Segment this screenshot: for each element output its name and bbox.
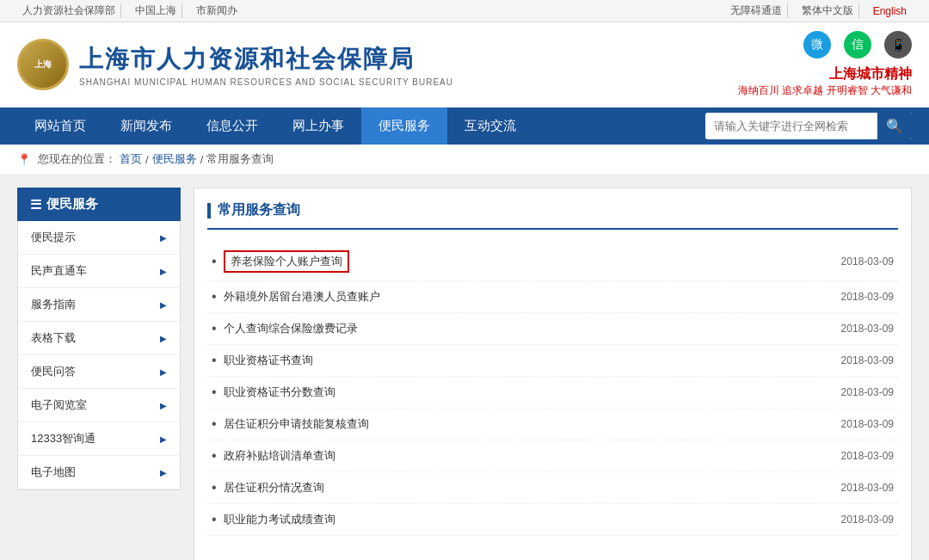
list-item: • 外籍境外居留台港澳人员查账户 2018-03-09 [207, 281, 898, 313]
nav-item-home[interactable]: 网站首页 [17, 108, 103, 145]
service-item-left: • 个人查询综合保险缴费记录 [212, 321, 358, 336]
list-item: • 职业资格证书查询 2018-03-09 [207, 345, 898, 377]
bullet-icon: • [212, 353, 217, 368]
mobile-icon[interactable]: 📱 [884, 31, 912, 58]
service-item-left: • 职业资格证书分数查询 [212, 385, 335, 400]
top-bar-left: 人力资源社会保障部 中国上海 市新闻办 [17, 3, 243, 18]
sidebar-item-reading[interactable]: 电子阅览室 ▶ [18, 389, 180, 422]
service-item-left: • 养老保险个人账户查询 [212, 250, 349, 273]
sidebar-item-label: 表格下载 [31, 330, 76, 346]
content-title-text: 常用服务查询 [218, 201, 300, 219]
chevron-right-icon: ▶ [160, 468, 167, 477]
wechat-icon[interactable]: 信 [844, 31, 871, 58]
service-date: 2018-03-09 [841, 354, 894, 366]
nav-item-service[interactable]: 便民服务 [361, 108, 447, 145]
location-pin-icon: 📍 [17, 153, 31, 166]
search-button[interactable]: 🔍 [877, 113, 912, 139]
weibo-icon[interactable]: 微 [803, 31, 831, 58]
sidebar-item-faq[interactable]: 便民问答 ▶ [18, 355, 180, 389]
sidebar-title: ☰ 便民服务 [17, 188, 181, 221]
traditional-chinese-link[interactable]: 繁体中文版 [797, 3, 859, 18]
nav-item-interact[interactable]: 互动交流 [447, 108, 533, 145]
bullet-icon: • [212, 289, 217, 305]
list-item: • 个人查询综合保险缴费记录 2018-03-09 [207, 313, 898, 345]
top-link-shanghai[interactable]: 中国上海 [130, 3, 182, 18]
breadcrumb-sep-1: / [145, 153, 149, 166]
content-title: 常用服务查询 [207, 201, 898, 230]
list-item: • 居住证积分申请技能复核查询 2018-03-09 [207, 409, 898, 440]
sidebar-title-icon: ☰ [30, 197, 41, 212]
sidebar-item-label: 12333智询通 [31, 431, 95, 446]
pagination: 上一页 1 下一页 跳至 确认 共1页 [207, 553, 898, 560]
logo-text: 上海市人力资源和社会保障局 SHANGHAI MUNICIPAL HUMAN R… [79, 43, 453, 87]
list-item: • 居住证积分情况查询 2018-03-09 [207, 472, 898, 504]
slogan: 上海城市精神 海纳百川 追求卓越 开明睿智 大气谦和 [738, 65, 912, 98]
site-title: 上海市人力资源和社会保障局 [79, 43, 453, 76]
sidebar-item-map[interactable]: 电子地图 ▶ [18, 456, 180, 489]
service-link[interactable]: 居住证积分情况查询 [224, 480, 324, 495]
main-content: ☰ 便民服务 便民提示 ▶ 民声直通车 ▶ 服务指南 ▶ 表格下载 ▶ 便民问答 [0, 175, 929, 560]
chevron-right-icon: ▶ [160, 300, 167, 310]
list-item: • 政府补贴培训清单查询 2018-03-09 [207, 440, 898, 472]
sidebar-menu: 便民提示 ▶ 民声直通车 ▶ 服务指南 ▶ 表格下载 ▶ 便民问答 ▶ 电子阅览… [17, 221, 181, 490]
slogan-title: 上海城市精神 [738, 65, 912, 83]
sidebar-item-forms[interactable]: 表格下载 ▶ [18, 322, 180, 355]
breadcrumb-home[interactable]: 首页 [120, 151, 142, 167]
slogan-sub: 海纳百川 追求卓越 开明睿智 大气谦和 [738, 83, 912, 98]
service-date: 2018-03-09 [841, 386, 894, 398]
sidebar-item-voice[interactable]: 民声直通车 ▶ [18, 255, 180, 288]
service-link[interactable]: 养老保险个人账户查询 [224, 250, 349, 273]
nav-search[interactable]: 🔍 [705, 113, 912, 139]
chevron-right-icon: ▶ [160, 367, 167, 377]
bullet-icon: • [212, 416, 217, 432]
service-link[interactable]: 个人查询综合保险缴费记录 [224, 321, 358, 336]
service-link[interactable]: 政府补贴培训清单查询 [224, 448, 335, 464]
sidebar: ☰ 便民服务 便民提示 ▶ 民声直通车 ▶ 服务指南 ▶ 表格下载 ▶ 便民问答 [17, 188, 181, 560]
list-item: • 职业能力考试成绩查询 2018-03-09 [207, 504, 898, 536]
header-right: 微 信 📱 上海城市精神 海纳百川 追求卓越 开明睿智 大气谦和 [738, 31, 912, 98]
bullet-icon: • [212, 321, 217, 336]
sidebar-item-label: 民声直通车 [31, 263, 87, 279]
header-logo: 上海 上海市人力资源和社会保障局 SHANGHAI MUNICIPAL HUMA… [17, 39, 453, 90]
service-date: 2018-03-09 [841, 514, 894, 526]
nav-bar: 网站首页 新闻发布 信息公开 网上办事 便民服务 互动交流 🔍 [0, 108, 929, 145]
breadcrumb-service[interactable]: 便民服务 [152, 151, 197, 167]
top-bar: 人力资源社会保障部 中国上海 市新闻办 无障碍通道 繁体中文版 English [0, 0, 929, 22]
search-input[interactable] [705, 114, 877, 138]
bullet-icon: • [212, 385, 217, 400]
breadcrumb-sep-2: / [200, 153, 204, 166]
nav-item-info[interactable]: 信息公开 [189, 108, 275, 145]
service-link[interactable]: 外籍境外居留台港澳人员查账户 [224, 289, 380, 305]
top-bar-right: 无障碍通道 繁体中文版 English [725, 3, 912, 18]
breadcrumb-current: 常用服务查询 [206, 151, 274, 167]
service-link[interactable]: 职业资格证书分数查询 [224, 385, 335, 400]
logo-emblem: 上海 [17, 39, 69, 90]
bullet-icon: • [212, 512, 217, 527]
nav-item-news[interactable]: 新闻发布 [103, 108, 189, 145]
service-item-left: • 职业能力考试成绩查询 [212, 512, 335, 527]
chevron-right-icon: ▶ [160, 267, 167, 276]
chevron-right-icon: ▶ [160, 434, 167, 444]
service-date: 2018-03-09 [841, 291, 894, 303]
chevron-right-icon: ▶ [160, 233, 167, 243]
sidebar-item-hints[interactable]: 便民提示 ▶ [18, 221, 180, 255]
service-date: 2018-03-09 [841, 418, 894, 430]
sidebar-item-12333[interactable]: 12333智询通 ▶ [18, 422, 180, 456]
sidebar-item-guide[interactable]: 服务指南 ▶ [18, 288, 180, 322]
accessibility-link[interactable]: 无障碍通道 [725, 3, 788, 18]
top-link-hrss[interactable]: 人力资源社会保障部 [17, 3, 121, 18]
top-link-news[interactable]: 市新闻办 [191, 3, 243, 18]
list-item: • 职业资格证书分数查询 2018-03-09 [207, 377, 898, 409]
service-link[interactable]: 职业资格证书查询 [224, 353, 313, 368]
service-date: 2018-03-09 [841, 450, 894, 462]
service-link[interactable]: 居住证积分申请技能复核查询 [224, 416, 369, 432]
site-title-en: SHANGHAI MUNICIPAL HUMAN RESOURCES AND S… [79, 77, 453, 87]
service-date: 2018-03-09 [841, 255, 894, 268]
nav-item-online[interactable]: 网上办事 [275, 108, 361, 145]
sidebar-title-text: 便民服务 [46, 196, 98, 212]
bullet-icon: • [212, 254, 217, 269]
service-link[interactable]: 职业能力考试成绩查询 [224, 512, 335, 527]
english-link[interactable]: English [868, 5, 912, 17]
bullet-icon: • [212, 480, 217, 495]
service-item-left: • 居住证积分申请技能复核查询 [212, 416, 369, 432]
